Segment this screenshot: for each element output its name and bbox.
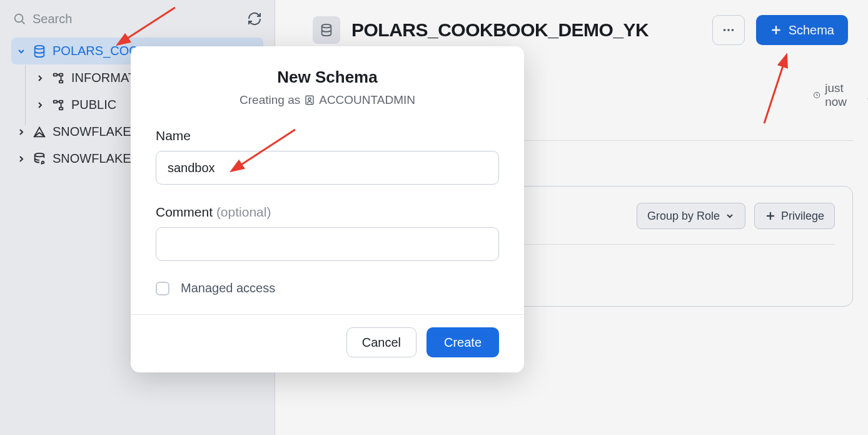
modal-footer: Cancel Create — [131, 314, 524, 372]
name-label: Name — [156, 128, 499, 143]
managed-access-checkbox[interactable] — [156, 282, 169, 295]
modal-title: New Schema — [156, 68, 499, 87]
new-schema-modal: New Schema Creating as ACCOUNTADMIN Name… — [131, 46, 524, 372]
name-input[interactable] — [156, 151, 499, 185]
comment-input[interactable] — [156, 227, 499, 261]
role-badge-icon — [304, 95, 315, 106]
svg-point-22 — [308, 98, 311, 101]
cancel-button[interactable]: Cancel — [346, 327, 416, 357]
modal-subtitle: Creating as ACCOUNTADMIN — [156, 93, 499, 107]
create-button[interactable]: Create — [426, 327, 499, 357]
managed-access-label: Managed access — [181, 281, 275, 295]
comment-label: Comment (optional) — [156, 205, 499, 220]
